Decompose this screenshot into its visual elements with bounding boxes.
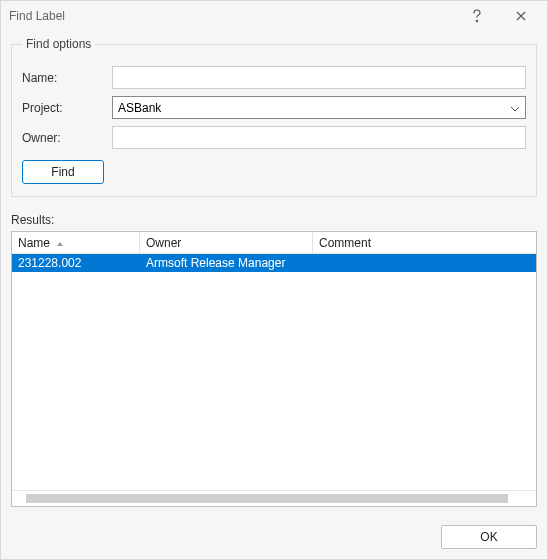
grid-body[interactable]: 231228.002 Armsoft Release Manager	[12, 254, 536, 490]
sort-asc-icon	[56, 236, 64, 250]
name-input[interactable]	[112, 66, 526, 89]
owner-row: Owner:	[22, 126, 526, 149]
help-icon	[472, 9, 482, 23]
svg-point-0	[476, 20, 478, 22]
find-options-legend: Find options	[22, 37, 95, 51]
close-icon	[516, 11, 526, 21]
cell-name: 231228.002	[12, 256, 140, 270]
column-header-name[interactable]: Name	[12, 232, 140, 254]
results-grid: Name Owner Comment 231228.002 Armsoft Re…	[11, 231, 537, 507]
horizontal-scrollbar[interactable]	[12, 490, 536, 506]
find-label-dialog: Find Label Find options Name: Project:	[0, 0, 548, 560]
project-label: Project:	[22, 101, 112, 115]
column-header-comment[interactable]: Comment	[313, 232, 536, 254]
close-button[interactable]	[499, 1, 543, 31]
results-label: Results:	[11, 213, 537, 227]
help-button[interactable]	[455, 1, 499, 31]
find-button[interactable]: Find	[22, 160, 104, 184]
dialog-footer: OK	[1, 517, 547, 559]
project-select[interactable]: ASBank	[112, 96, 526, 119]
owner-input[interactable]	[112, 126, 526, 149]
titlebar: Find Label	[1, 1, 547, 31]
window-title: Find Label	[9, 9, 455, 23]
project-row: Project: ASBank	[22, 96, 526, 119]
column-header-owner[interactable]: Owner	[140, 232, 313, 254]
scrollbar-thumb[interactable]	[26, 494, 508, 503]
name-label: Name:	[22, 71, 112, 85]
ok-button[interactable]: OK	[441, 525, 537, 549]
grid-header: Name Owner Comment	[12, 232, 536, 254]
owner-label: Owner:	[22, 131, 112, 145]
name-row: Name:	[22, 66, 526, 89]
project-selected-value: ASBank	[118, 101, 161, 115]
cell-owner: Armsoft Release Manager	[140, 256, 313, 270]
content-area: Find options Name: Project: ASBank	[1, 31, 547, 517]
chevron-down-icon	[510, 101, 520, 115]
find-options-group: Find options Name: Project: ASBank	[11, 37, 537, 197]
table-row[interactable]: 231228.002 Armsoft Release Manager	[12, 254, 536, 272]
